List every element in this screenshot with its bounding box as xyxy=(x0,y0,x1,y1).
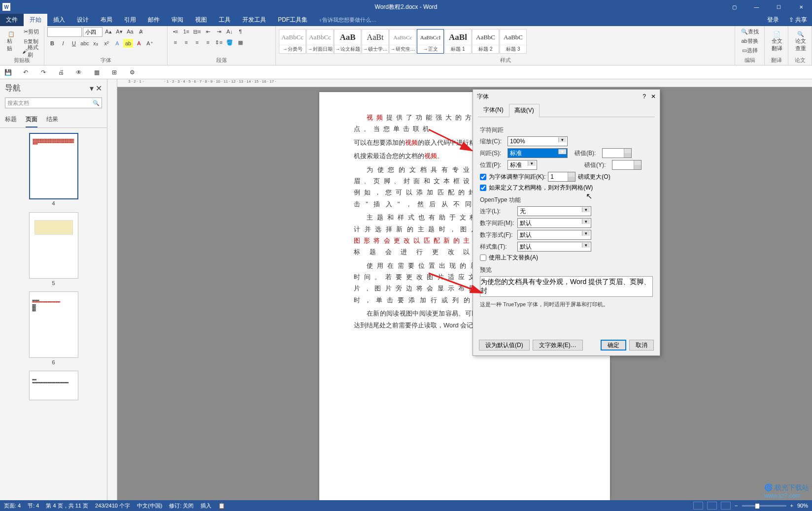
find-button[interactable]: 🔍 查找 xyxy=(738,27,761,36)
tab-view[interactable]: 视图 xyxy=(189,14,213,26)
status-word-count[interactable]: 243/2410 个字 xyxy=(95,502,130,510)
ribbon-options-icon[interactable]: ▢ xyxy=(723,0,745,14)
tab-references[interactable]: 引用 xyxy=(118,14,142,26)
close-button[interactable]: ✕ xyxy=(790,0,812,14)
underline-button[interactable]: U xyxy=(69,39,79,48)
zoom-level[interactable]: 90% xyxy=(797,503,808,509)
thumbnail-page-6[interactable]: ████████████████████████████████████████… xyxy=(29,291,78,358)
font-color-button[interactable]: A xyxy=(134,39,144,48)
phonetic-guide-button[interactable]: A⁺ xyxy=(145,39,155,48)
nav-mode-results[interactable]: 结果 xyxy=(46,112,58,128)
tab-layout[interactable]: 布局 xyxy=(95,14,118,26)
multilevel-button[interactable]: ⊟≡ xyxy=(192,27,202,36)
view-print-button[interactable] xyxy=(707,502,717,510)
outdent-button[interactable]: ⇤ xyxy=(203,27,213,36)
tab-review[interactable]: 审阅 xyxy=(166,14,189,26)
bold-button[interactable]: B xyxy=(47,39,57,48)
scale-select[interactable]: 100% xyxy=(508,136,568,146)
cancel-button[interactable]: 取消 xyxy=(629,340,654,351)
layout-icon[interactable]: ⊞ xyxy=(108,66,120,78)
spacing-value-input[interactable] xyxy=(602,148,632,158)
num-form-select[interactable]: 默认 xyxy=(517,230,591,240)
table-icon[interactable]: ▦ xyxy=(91,66,102,78)
dialog-tab-advanced[interactable]: 高级(V) xyxy=(509,104,540,117)
status-page-of[interactable]: 第 4 页，共 11 页 xyxy=(46,502,88,510)
dialog-help-icon[interactable]: ? xyxy=(643,93,646,100)
status-insert[interactable]: 插入 xyxy=(201,502,211,510)
tab-mailings[interactable]: 邮件 xyxy=(142,14,166,26)
options-icon[interactable]: ⚙ xyxy=(126,66,138,78)
nav-close-icon[interactable]: ▾ ✕ xyxy=(90,84,102,93)
login-link[interactable]: 登录 xyxy=(762,16,784,24)
line-spacing-button[interactable]: ⇕≡ xyxy=(214,38,224,47)
position-select[interactable]: 标准 xyxy=(508,160,537,170)
tab-home[interactable]: 开始 xyxy=(24,14,47,26)
kerning-value-input[interactable]: 1 xyxy=(548,172,575,182)
justify-button[interactable]: ≡ xyxy=(203,38,213,47)
view-web-button[interactable] xyxy=(721,502,731,510)
zoom-in-button[interactable]: + xyxy=(790,503,793,509)
shrink-font-button[interactable]: A▾ xyxy=(114,27,124,36)
style-gallery[interactable]: AaBbCc→分类号 AaBbCc→封面日期 AaB→论文标题 AaBt→硕士学… xyxy=(279,29,527,54)
paste-button[interactable]: 📋粘贴 xyxy=(3,29,20,54)
save-icon[interactable]: 💾 xyxy=(2,66,14,78)
nav-search-input[interactable]: 搜索文档 🔍 xyxy=(5,97,102,108)
italic-button[interactable]: I xyxy=(58,39,68,48)
status-page[interactable]: 页面: 4 xyxy=(4,502,21,510)
highlight-button[interactable]: ab xyxy=(123,39,133,48)
view-icon[interactable]: 👁 xyxy=(73,66,85,78)
vertical-ruler[interactable] xyxy=(107,79,117,500)
spacing-select[interactable]: 标准 xyxy=(508,148,568,158)
redo-icon[interactable]: ↷ xyxy=(37,66,49,78)
share-button[interactable]: ⇪ 共享 xyxy=(784,16,812,24)
tab-file[interactable]: 文件 xyxy=(0,14,24,26)
translate-button[interactable]: 📄全文 翻译 xyxy=(768,29,786,54)
view-read-button[interactable] xyxy=(693,502,703,510)
document-canvas[interactable]: 视频提供了功能强大的方法帮助您证明您的观点。当您单击联机 可以在想要添加的视频的… xyxy=(117,87,812,500)
tab-developer[interactable]: 开发工具 xyxy=(237,14,272,26)
ligatures-select[interactable]: 无 xyxy=(517,206,591,216)
grow-font-button[interactable]: A▴ xyxy=(103,27,113,36)
tell-me-search[interactable]: ♀ 告诉我您想要做什么… xyxy=(318,14,376,26)
position-value-input[interactable] xyxy=(612,160,642,170)
font-size-combo[interactable]: 小四 xyxy=(83,27,102,37)
print-icon[interactable]: 🖨 xyxy=(55,66,67,78)
undo-icon[interactable]: ↶ xyxy=(20,66,32,78)
search-icon[interactable]: 🔍 xyxy=(93,100,100,106)
horizontal-ruler[interactable]: 3 · 2 · 1 · · 1 · 2 · 3 · 4 · 5 · 6 · 7 … xyxy=(117,79,812,87)
dialog-tab-font[interactable]: 字体(N) xyxy=(478,103,509,117)
font-name-combo[interactable] xyxy=(47,27,82,37)
superscript-button[interactable]: x² xyxy=(102,39,111,48)
minimize-button[interactable]: — xyxy=(745,0,768,14)
maximize-button[interactable]: ☐ xyxy=(768,0,790,14)
change-case-button[interactable]: Aa xyxy=(125,27,135,36)
contextual-checkbox[interactable] xyxy=(480,255,486,261)
zoom-slider[interactable] xyxy=(742,505,786,507)
strike-button[interactable]: abc xyxy=(80,39,90,48)
num-spacing-select[interactable]: 默认 xyxy=(517,218,591,228)
subscript-button[interactable]: x₂ xyxy=(91,39,101,48)
borders-button[interactable]: ▦ xyxy=(236,38,245,47)
select-button[interactable]: ▭ 选择 xyxy=(738,46,761,55)
zoom-out-button[interactable]: − xyxy=(735,503,738,509)
show-marks-button[interactable]: ¶ xyxy=(236,27,245,36)
styleset-select[interactable]: 默认 xyxy=(517,242,591,252)
shading-button[interactable]: 🪣 xyxy=(225,38,235,47)
align-right-button[interactable]: ≡ xyxy=(192,38,202,47)
text-effects-button[interactable]: 文字效果(E)… xyxy=(533,340,583,351)
thumbnail-page-7[interactable]: ████████████████████████████████████████… xyxy=(29,371,78,400)
cut-button[interactable]: ✂ 剪切 xyxy=(22,27,41,36)
replace-button[interactable]: ab 替换 xyxy=(738,36,761,45)
sort-button[interactable]: A↓ xyxy=(225,27,235,36)
bullets-button[interactable]: ⦁≡ xyxy=(170,27,180,36)
nav-mode-headings[interactable]: 标题 xyxy=(5,112,17,128)
nav-mode-pages[interactable]: 页面 xyxy=(26,112,37,128)
format-painter-button[interactable]: 🖌 格式刷 xyxy=(22,47,41,56)
status-language[interactable]: 中文(中国) xyxy=(137,502,162,510)
status-track[interactable]: 修订: 关闭 xyxy=(169,502,194,510)
clear-format-button[interactable]: A̷ xyxy=(136,27,146,36)
kerning-checkbox[interactable] xyxy=(480,174,486,180)
tab-tools[interactable]: 工具 xyxy=(213,14,237,26)
tab-design[interactable]: 设计 xyxy=(71,14,95,26)
dialog-close-icon[interactable]: ✕ xyxy=(651,93,656,100)
